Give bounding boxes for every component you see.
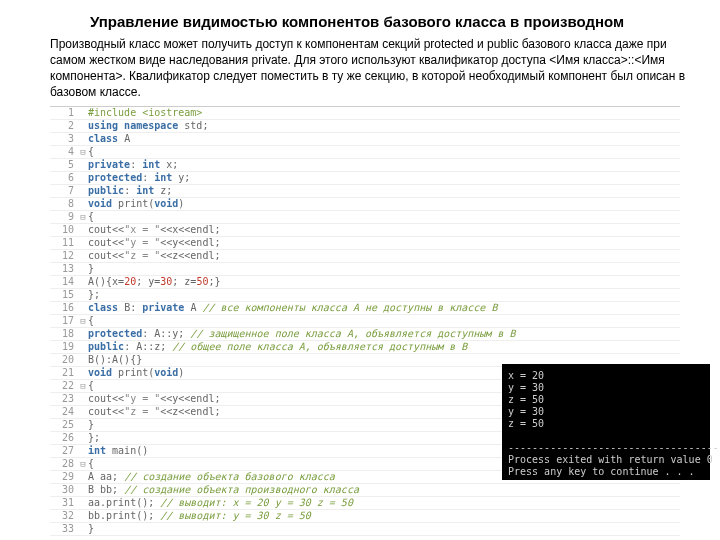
line-number: 16	[50, 302, 78, 314]
fold-marker	[78, 393, 88, 405]
line-number: 10	[50, 224, 78, 236]
fold-marker	[78, 328, 88, 340]
fold-marker: ⊟	[78, 380, 88, 392]
fold-marker	[78, 289, 88, 301]
fold-marker	[78, 276, 88, 288]
code-text: public: A::z; // общее поле класса А, об…	[88, 341, 467, 353]
fold-marker	[78, 419, 88, 431]
code-text: cout<<"z = "<<z<<endl;	[88, 406, 220, 418]
fold-marker	[78, 510, 88, 522]
fold-marker	[78, 471, 88, 483]
code-text: cout<<"y = "<<y<<endl;	[88, 393, 220, 405]
code-text: void print(void)	[88, 367, 184, 379]
code-line: 13}	[50, 263, 680, 276]
code-text: };	[88, 289, 100, 301]
code-line: 33}	[50, 523, 680, 536]
fold-marker	[78, 302, 88, 314]
code-line: 17⊟{	[50, 315, 680, 328]
fold-marker	[78, 484, 88, 496]
line-number: 22	[50, 380, 78, 392]
code-text: using namespace std;	[88, 120, 208, 132]
code-line: 6protected: int y;	[50, 172, 680, 185]
line-number: 8	[50, 198, 78, 210]
fold-marker	[78, 185, 88, 197]
code-text: A(){x=20; y=30; z=50;}	[88, 276, 221, 288]
fold-marker: ⊟	[78, 146, 88, 158]
line-number: 6	[50, 172, 78, 184]
line-number: 31	[50, 497, 78, 509]
code-line: 14A(){x=20; y=30; z=50;}	[50, 276, 680, 289]
code-text: {	[88, 458, 94, 470]
code-text: cout<<"y = "<<y<<endl;	[88, 237, 220, 249]
code-text: B bb; // создание объекта производного к…	[88, 484, 359, 496]
code-line: 8void print(void)	[50, 198, 680, 211]
fold-marker	[78, 432, 88, 444]
line-number: 33	[50, 523, 78, 535]
code-line: 9⊟{	[50, 211, 680, 224]
code-line: 32bb.print(); // выводит: y = 30 z = 50	[50, 510, 680, 523]
code-line: 15};	[50, 289, 680, 302]
fold-marker	[78, 172, 88, 184]
code-line: 3class A	[50, 133, 680, 146]
line-number: 13	[50, 263, 78, 275]
code-line: 2using namespace std;	[50, 120, 680, 133]
line-number: 30	[50, 484, 78, 496]
code-line: 19public: A::z; // общее поле класса А, …	[50, 341, 680, 354]
fold-marker	[78, 237, 88, 249]
code-text: }	[88, 523, 94, 535]
code-text: {	[88, 146, 94, 158]
fold-marker: ⊟	[78, 458, 88, 470]
code-text: {	[88, 211, 94, 223]
code-text: cout<<"x = "<<x<<endl;	[88, 224, 220, 236]
code-line: 1#include <iostream>	[50, 107, 680, 120]
line-number: 26	[50, 432, 78, 444]
code-text: B():A(){}	[88, 354, 142, 366]
fold-marker	[78, 341, 88, 353]
intro-paragraph: Производный класс может получить доступ …	[0, 32, 720, 107]
fold-marker	[78, 445, 88, 457]
line-number: 12	[50, 250, 78, 262]
line-number: 3	[50, 133, 78, 145]
code-text: #include <iostream>	[88, 107, 202, 119]
code-text: class B: private A // все компоненты кла…	[88, 302, 497, 314]
code-text: };	[88, 432, 100, 444]
line-number: 11	[50, 237, 78, 249]
code-text: cout<<"z = "<<z<<endl;	[88, 250, 220, 262]
fold-marker	[78, 224, 88, 236]
fold-marker	[78, 107, 88, 119]
code-text: private: int x;	[88, 159, 178, 171]
code-line: 16class B: private A // все компоненты к…	[50, 302, 680, 315]
fold-marker: ⊟	[78, 315, 88, 327]
code-line: 4⊟{	[50, 146, 680, 159]
fold-marker	[78, 406, 88, 418]
code-text: }	[88, 419, 94, 431]
page-title: Управление видимостью компонентов базово…	[0, 0, 720, 32]
line-number: 20	[50, 354, 78, 366]
line-number: 24	[50, 406, 78, 418]
code-text: }	[88, 263, 94, 275]
code-text: class A	[88, 133, 130, 145]
line-number: 7	[50, 185, 78, 197]
code-text: A aa; // создание объекта базового класс…	[88, 471, 335, 483]
line-number: 27	[50, 445, 78, 457]
code-line: 7public: int z;	[50, 185, 680, 198]
code-text: public: int z;	[88, 185, 172, 197]
code-line: 5private: int x;	[50, 159, 680, 172]
code-line: 31aa.print(); // выводит: x = 20 y = 30 …	[50, 497, 680, 510]
line-number: 23	[50, 393, 78, 405]
line-number: 19	[50, 341, 78, 353]
line-number: 14	[50, 276, 78, 288]
fold-marker	[78, 523, 88, 535]
code-line: 10cout<<"x = "<<x<<endl;	[50, 224, 680, 237]
code-text: void print(void)	[88, 198, 184, 210]
fold-marker	[78, 354, 88, 366]
line-number: 1	[50, 107, 78, 119]
fold-marker: ⊟	[78, 211, 88, 223]
fold-marker	[78, 198, 88, 210]
line-number: 2	[50, 120, 78, 132]
line-number: 25	[50, 419, 78, 431]
line-number: 18	[50, 328, 78, 340]
line-number: 5	[50, 159, 78, 171]
fold-marker	[78, 263, 88, 275]
line-number: 32	[50, 510, 78, 522]
